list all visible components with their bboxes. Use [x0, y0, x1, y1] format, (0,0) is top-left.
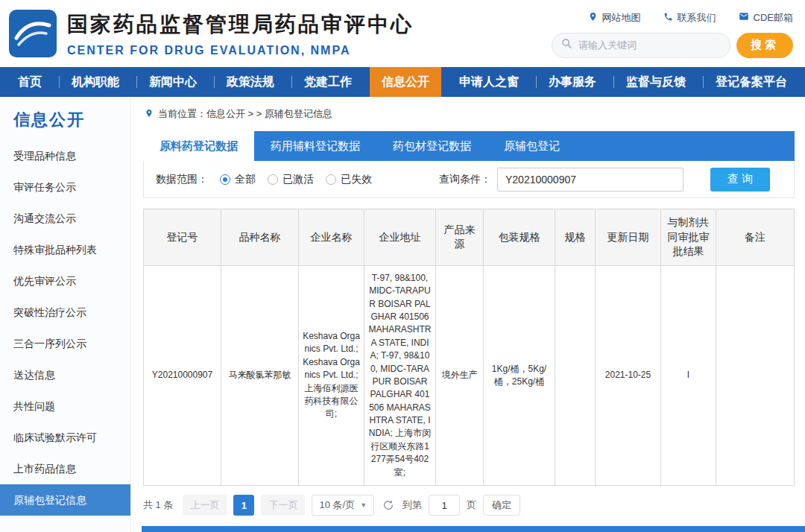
- header-right: 网站地图 联系我们 CDE邮箱 搜索: [552, 10, 793, 58]
- main-nav: 首页 机构职能 新闻中心 政策法规 党建工作 信息公开 申请人之窗 办事服务 监…: [0, 67, 805, 97]
- col-product-source: 产品来源: [436, 209, 484, 266]
- confirm-button[interactable]: 确定: [483, 495, 520, 516]
- search-input[interactable]: [578, 39, 721, 51]
- query-input[interactable]: [497, 168, 684, 191]
- query-label: 查询条件：: [439, 173, 491, 186]
- chevron-down-icon: ▼: [360, 501, 367, 509]
- radio-all-label: 全部: [235, 173, 256, 186]
- sidebar-item-communication[interactable]: 沟通交流公示: [0, 203, 130, 234]
- radio-all[interactable]: 全部: [220, 173, 256, 186]
- page-content: 信息公开 受理品种信息 审评任务公示 沟通交流公示 特殊审批品种列表 优先审评公…: [0, 97, 805, 532]
- cell-company-address: T-97, 98&100, MIDC-TARAPUR BOISAR PALGHA…: [364, 265, 436, 485]
- col-company-name: 企业名称: [299, 209, 364, 266]
- cde-logo: [9, 10, 57, 57]
- main-panel: 当前位置：信息公开 > > 原辅包登记信息 原料药登记数据 药用辅料登记数据 药…: [131, 97, 805, 532]
- cell-company-name: Keshava Organics Pvt. Ltd.;Keshava Organ…: [299, 265, 364, 485]
- filter-bar: 数据范围： 全部 已激活 已失效 查询条件： 查 询: [143, 161, 795, 198]
- search-icon: [561, 38, 572, 52]
- site-map-label: 网站地图: [602, 11, 641, 25]
- radio-unchecked-icon: [268, 174, 278, 185]
- sidebar-title: 信息公开: [0, 109, 130, 131]
- radio-activated[interactable]: 已激活: [268, 173, 314, 186]
- envelope-icon: [739, 11, 749, 24]
- phone-icon: [663, 12, 673, 24]
- nav-item-info-disclosure[interactable]: 信息公开: [370, 67, 441, 97]
- nav-item-policies[interactable]: 政策法规: [215, 67, 286, 97]
- table-header-row: 登记号 品种名称 企业名称 企业地址 产品来源 包装规格 规格 更新日期 与制剂…: [144, 209, 795, 266]
- sidebar-item-priority-review[interactable]: 优先审评公示: [0, 265, 130, 297]
- search-row: 搜索: [552, 33, 793, 58]
- site-header: 国家药品监督管理局药品审评中心 CENTER FOR DRUG EVALUATI…: [0, 0, 805, 67]
- nav-item-services[interactable]: 办事服务: [537, 67, 608, 97]
- sidebar-item-marketed-drug-info[interactable]: 上市药品信息: [0, 453, 130, 484]
- scope-label: 数据范围：: [156, 173, 208, 186]
- sidebar-item-common-issues[interactable]: 共性问题: [0, 390, 130, 422]
- page-size-value: 10 条/页: [319, 498, 355, 512]
- cde-logo-icon: [9, 10, 57, 57]
- tab-excipient-registration-data[interactable]: 药用辅料登记数据: [254, 131, 376, 161]
- sidebar-item-clinical-trial-implied-license[interactable]: 临床试验默示许可: [0, 422, 130, 453]
- cde-mailbox-link[interactable]: CDE邮箱: [739, 11, 793, 25]
- tab-bar: 原料药登记数据 药用辅料登记数据 药包材登记数据 原辅包登记: [143, 131, 795, 161]
- col-update-date: 更新日期: [596, 209, 661, 266]
- cell-registration-no: Y20210000907: [144, 265, 221, 485]
- total-count: 共 1 条: [143, 498, 173, 512]
- next-page-button[interactable]: 下一页: [261, 495, 305, 516]
- pagination: 共 1 条 上一页 1 下一页 10 条/页 ▼ 到第 页 确定: [143, 495, 795, 516]
- nav-item-registration-platform[interactable]: 登记备案平台: [704, 67, 799, 97]
- sidebar-item-breakthrough-therapy[interactable]: 突破性治疗公示: [0, 297, 130, 328]
- sidebar-item-review-tasks[interactable]: 审评任务公示: [0, 171, 130, 203]
- goto-page-input[interactable]: [429, 495, 460, 516]
- quick-links: 网站地图 联系我们 CDE邮箱: [588, 11, 793, 25]
- table-row: Y20210000907 马来酸氯苯那敏 Keshava Organics Pv…: [144, 265, 795, 485]
- sidebar-item-three-in-one[interactable]: 三合一序列公示: [0, 328, 130, 359]
- breadcrumb-text: 当前位置：信息公开 > > 原辅包登记信息: [158, 107, 332, 121]
- nav-item-party-building[interactable]: 党建工作: [292, 67, 364, 97]
- current-page-button[interactable]: 1: [233, 495, 254, 516]
- tab-raw-excipient-packaging-registration[interactable]: 原辅包登记: [487, 131, 576, 161]
- location-pin-icon: [588, 12, 598, 24]
- breadcrumb: 当前位置：信息公开 > > 原辅包登记信息: [145, 107, 795, 121]
- site-subtitle: CENTER FOR DRUG EVALUATION, NMPA: [67, 44, 414, 57]
- sidebar: 信息公开 受理品种信息 审评任务公示 沟通交流公示 特殊审批品种列表 优先审评公…: [0, 97, 131, 532]
- sidebar-item-accepted-varieties[interactable]: 受理品种信息: [0, 140, 130, 171]
- cell-joint-review-result: I: [661, 265, 716, 485]
- goto-label: 到第: [402, 498, 422, 512]
- nav-item-home[interactable]: 首页: [6, 67, 54, 97]
- nav-item-supervision-feedback[interactable]: 监督与反馈: [614, 67, 698, 97]
- goto-unit: 页: [467, 498, 476, 512]
- contact-us-label: 联系我们: [678, 11, 716, 25]
- cell-update-date: 2021-10-25: [596, 265, 661, 485]
- tab-raw-material-registration-data[interactable]: 原料药登记数据: [143, 131, 254, 161]
- site-map-link[interactable]: 网站地图: [588, 11, 641, 25]
- location-pin-icon: [145, 109, 154, 120]
- cell-variety-name: 马来酸氯苯那敏: [221, 265, 299, 485]
- contact-us-link[interactable]: 联系我们: [663, 11, 716, 25]
- radio-expired-label: 已失效: [341, 173, 372, 186]
- sidebar-item-raw-excipient-packaging-registration[interactable]: 原辅包登记信息: [0, 484, 130, 516]
- prev-page-button[interactable]: 上一页: [183, 495, 227, 516]
- search-button[interactable]: 搜索: [736, 33, 793, 58]
- nav-item-news[interactable]: 新闻中心: [137, 67, 209, 97]
- query-button[interactable]: 查 询: [710, 168, 770, 191]
- search-box[interactable]: [552, 33, 730, 58]
- cell-product-source: 境外生产: [436, 265, 484, 485]
- sidebar-item-delivery-info[interactable]: 送达信息: [0, 359, 130, 390]
- nav-item-functions[interactable]: 机构职能: [60, 67, 131, 97]
- cde-mailbox-label: CDE邮箱: [754, 11, 793, 25]
- site-title-block: 国家药品监督管理局药品审评中心 CENTER FOR DRUG EVALUATI…: [67, 10, 414, 57]
- col-company-address: 企业地址: [364, 209, 436, 266]
- footer-strip: [142, 526, 805, 532]
- col-joint-review-result: 与制剂共同审批审批结果: [661, 209, 716, 266]
- nav-item-applicant-window[interactable]: 申请人之窗: [447, 67, 531, 97]
- radio-expired[interactable]: 已失效: [326, 173, 372, 186]
- col-remarks: 备注: [716, 209, 795, 266]
- refresh-icon[interactable]: [382, 499, 394, 511]
- col-packaging-spec: 包装规格: [484, 209, 555, 266]
- sidebar-item-special-approval-list[interactable]: 特殊审批品种列表: [0, 234, 130, 265]
- cell-spec: [555, 265, 596, 485]
- page-size-select[interactable]: 10 条/页 ▼: [312, 495, 374, 516]
- registration-table: 登记号 品种名称 企业名称 企业地址 产品来源 包装规格 规格 更新日期 与制剂…: [143, 209, 795, 486]
- col-registration-no: 登记号: [144, 209, 221, 266]
- tab-packaging-material-registration-data[interactable]: 药包材登记数据: [376, 131, 487, 161]
